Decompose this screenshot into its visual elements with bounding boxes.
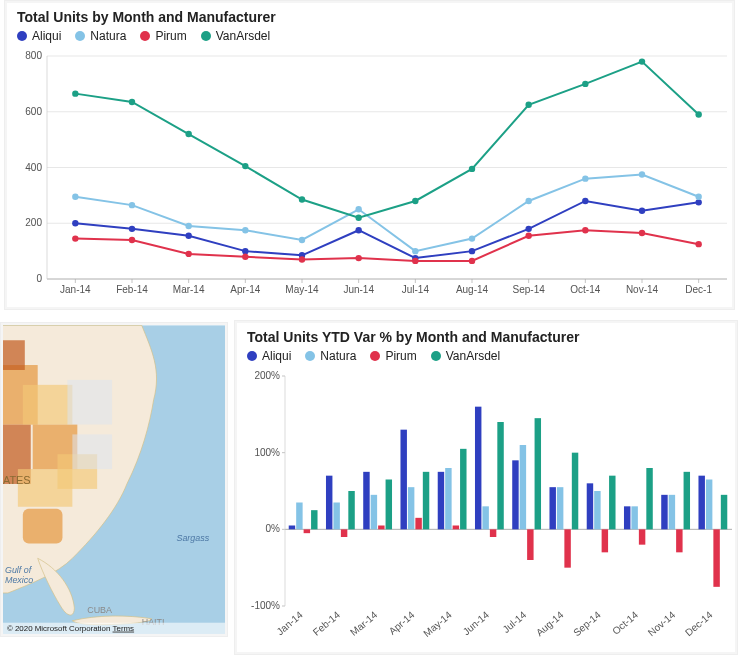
data-point[interactable] (639, 171, 645, 177)
bar-pirum[interactable] (713, 529, 719, 587)
series-line-pirum[interactable] (75, 230, 698, 261)
data-point[interactable] (355, 214, 361, 220)
bar-pirum[interactable] (602, 529, 608, 552)
bar-pirum[interactable] (490, 529, 496, 537)
data-point[interactable] (525, 233, 531, 239)
bar-pirum[interactable] (676, 529, 682, 552)
bar-pirum[interactable] (527, 529, 533, 560)
bar-natura[interactable] (445, 468, 451, 529)
data-point[interactable] (639, 208, 645, 214)
data-point[interactable] (72, 235, 78, 241)
bar-pirum[interactable] (378, 526, 384, 530)
data-point[interactable] (242, 163, 248, 169)
data-point[interactable] (242, 227, 248, 233)
data-point[interactable] (129, 237, 135, 243)
legend-item-aliqui[interactable]: Aliqui (17, 29, 61, 43)
data-point[interactable] (129, 202, 135, 208)
legend-item-natura[interactable]: Natura (75, 29, 126, 43)
bar-vanarsdel[interactable] (609, 476, 615, 530)
data-point[interactable] (72, 220, 78, 226)
bar-natura[interactable] (333, 503, 339, 530)
bar-pirum[interactable] (415, 518, 421, 530)
data-point[interactable] (185, 233, 191, 239)
data-point[interactable] (355, 206, 361, 212)
bar-aliqui[interactable] (400, 430, 406, 530)
data-point[interactable] (525, 198, 531, 204)
bar-vanarsdel[interactable] (684, 472, 690, 530)
data-point[interactable] (525, 226, 531, 232)
bar-vanarsdel[interactable] (497, 422, 503, 529)
data-point[interactable] (299, 256, 305, 262)
data-point[interactable] (639, 230, 645, 236)
data-point[interactable] (72, 90, 78, 96)
bar-vanarsdel[interactable] (535, 418, 541, 529)
series-line-vanarsdel[interactable] (75, 62, 698, 218)
data-point[interactable] (469, 235, 475, 241)
data-point[interactable] (242, 254, 248, 260)
data-point[interactable] (129, 226, 135, 232)
bar-aliqui[interactable] (289, 526, 295, 530)
bar-natura[interactable] (557, 487, 563, 529)
bar-natura[interactable] (669, 495, 675, 530)
data-point[interactable] (582, 227, 588, 233)
legend-item-vanarsdel[interactable]: VanArsdel (431, 349, 500, 363)
legend-item-pirum[interactable]: Pirum (370, 349, 416, 363)
data-point[interactable] (299, 196, 305, 202)
line-chart-area[interactable]: 0200400600800Jan-14Feb-14Mar-14Apr-14May… (17, 51, 732, 297)
bar-pirum[interactable] (564, 529, 570, 567)
bar-aliqui[interactable] (549, 487, 555, 529)
bar-aliqui[interactable] (326, 476, 332, 530)
bar-vanarsdel[interactable] (423, 472, 429, 530)
bar-vanarsdel[interactable] (572, 453, 578, 530)
data-point[interactable] (185, 131, 191, 137)
bar-vanarsdel[interactable] (311, 510, 317, 529)
legend-item-pirum[interactable]: Pirum (140, 29, 186, 43)
data-point[interactable] (582, 175, 588, 181)
legend-item-aliqui[interactable]: Aliqui (247, 349, 291, 363)
data-point[interactable] (242, 248, 248, 254)
series-line-natura[interactable] (75, 174, 698, 251)
bar-vanarsdel[interactable] (386, 480, 392, 530)
data-point[interactable] (412, 258, 418, 264)
bar-natura[interactable] (371, 495, 377, 530)
bar-pirum[interactable] (304, 529, 310, 533)
bar-pirum[interactable] (341, 529, 347, 537)
bar-natura[interactable] (631, 506, 637, 529)
bar-aliqui[interactable] (363, 472, 369, 530)
data-point[interactable] (185, 251, 191, 257)
data-point[interactable] (299, 237, 305, 243)
data-point[interactable] (412, 248, 418, 254)
data-point[interactable] (695, 194, 701, 200)
data-point[interactable] (469, 258, 475, 264)
bar-aliqui[interactable] (624, 506, 630, 529)
data-point[interactable] (355, 227, 361, 233)
bar-vanarsdel[interactable] (348, 491, 354, 529)
data-point[interactable] (185, 223, 191, 229)
bar-natura[interactable] (520, 445, 526, 529)
bar-aliqui[interactable] (587, 483, 593, 529)
bar-vanarsdel[interactable] (721, 495, 727, 530)
data-point[interactable] (695, 111, 701, 117)
bar-vanarsdel[interactable] (646, 468, 652, 529)
data-point[interactable] (695, 199, 701, 205)
bar-aliqui[interactable] (698, 476, 704, 530)
bar-natura[interactable] (594, 491, 600, 529)
data-point[interactable] (639, 58, 645, 64)
data-point[interactable] (72, 194, 78, 200)
data-point[interactable] (525, 102, 531, 108)
data-point[interactable] (695, 241, 701, 247)
bar-natura[interactable] (482, 506, 488, 529)
data-point[interactable] (412, 198, 418, 204)
bar-chart-area[interactable]: -100%0%100%200%Jan-14Feb-14Mar-14Apr-14M… (247, 371, 735, 642)
map-inner[interactable]: ATES Sargass Gulf of Mexico CUBA HAITI ©… (3, 325, 225, 634)
bar-vanarsdel[interactable] (460, 449, 466, 530)
legend-item-natura[interactable]: Natura (305, 349, 356, 363)
data-point[interactable] (469, 248, 475, 254)
data-point[interactable] (582, 81, 588, 87)
bar-pirum[interactable] (639, 529, 645, 544)
bar-natura[interactable] (706, 480, 712, 530)
bar-aliqui[interactable] (512, 460, 518, 529)
data-point[interactable] (582, 198, 588, 204)
data-point[interactable] (355, 255, 361, 261)
data-point[interactable] (129, 99, 135, 105)
